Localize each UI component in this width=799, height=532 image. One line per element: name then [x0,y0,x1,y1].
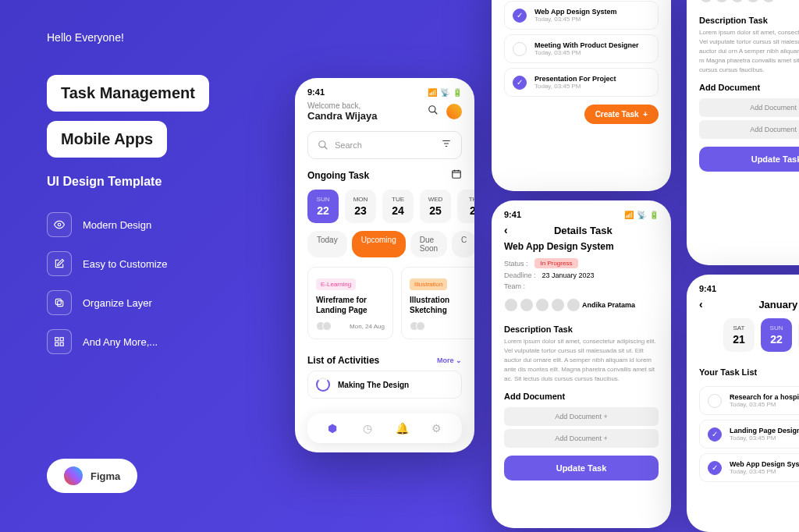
phone-details-partial: Team : Andika Pratar Description Task Lo… [687,0,799,265]
activity-item[interactable]: Making The Design [307,371,462,399]
filter-icon[interactable] [441,138,452,152]
task-row[interactable]: Research for a hospital apToday, 03:45 P… [699,386,799,415]
tab-upcoming[interactable]: Upcoming [352,231,406,257]
task-row[interactable]: ✓ Landing Page DesignToday, 03:45 PM [699,420,799,449]
day-picker[interactable]: SUN22 MON23 TUE24 WED25 TH2 [295,182,474,231]
task-name: Web App Design System [492,236,671,257]
bottom-nav: ⬢ ◷ 🔔 ⚙ [307,413,462,443]
day-sun[interactable]: SUN22 [307,190,339,223]
description-heading: Description Task [687,9,799,28]
figma-badge: Figma [47,459,137,493]
add-document-button[interactable]: Add Document + [504,407,659,426]
figma-icon [64,466,83,485]
activities-label: List of Activities [307,355,379,366]
team-label: Team : [504,282,525,290]
tab-c[interactable]: C [452,231,474,257]
headline-pill-2: Mobile Apps [47,121,167,158]
tab-today[interactable]: Today [307,231,347,257]
avatar[interactable] [446,104,462,119]
nav-clock-icon[interactable]: ◷ [360,421,375,435]
nav-settings-icon[interactable]: ⚙ [430,421,444,435]
team-avatar [520,298,534,312]
svg-point-8 [319,141,325,147]
layers-icon [47,290,72,315]
wifi-icon: 📡 [637,211,646,219]
svg-rect-3 [55,338,59,341]
checkbox-done-icon[interactable]: ✓ [513,76,527,90]
checkbox-done-icon[interactable]: ✓ [513,9,527,23]
phone-task-list: ✓ Today, 03:45 PM ✓ Web App Design Syste… [492,0,671,191]
svg-rect-1 [55,299,61,304]
checkbox-done-icon[interactable]: ✓ [708,427,722,442]
team-avatar [699,0,713,3]
team-avatar [535,298,549,312]
svg-point-0 [58,223,61,226]
task-row[interactable]: ✓ Web App Design SystemToday, 03:45 PM [699,453,799,482]
add-document-button[interactable]: Add Document + [699,120,799,139]
member-avatar [416,321,425,331]
feature-more: And Any More,... [47,329,281,354]
subtitle: UI Design Template [47,175,281,189]
day-thu[interactable]: TH2 [457,190,474,223]
update-task-button[interactable]: Update Task [699,147,799,172]
svg-point-7 [429,106,435,112]
description-text: Lorem ipsum dolor sit amet, consectetur … [687,28,799,75]
search-icon[interactable] [428,105,439,119]
status-label: Status : [504,260,528,268]
welcome-text: Welcome back, [307,101,377,110]
month-label: January [703,299,799,310]
your-task-heading: Your Task List [687,360,799,381]
phone-calendar: 9:41 📶📡🔋 ‹ January SAT21 SUN22 MON23 You… [687,275,799,532]
ongoing-label: Ongoing Task [307,170,369,181]
headline-pill-1: Task Management [47,75,209,112]
checkbox-icon[interactable] [513,42,527,56]
add-document-button[interactable]: Add Document + [699,98,799,117]
task-row[interactable]: ✓ Web App Design SystemToday, 03:45 PM [504,1,659,30]
grid-icon [47,329,72,354]
phone-home: 9:41 📶📡🔋 Welcome back, Candra Wijaya Sea… [295,78,474,452]
hello-text: Hello Everyone! [47,31,281,44]
svg-rect-9 [453,171,461,178]
checkbox-icon[interactable] [708,394,722,408]
feature-modern-design: Modern Design [47,212,281,237]
status-badge: In Progress [534,258,579,268]
team-avatar [715,0,729,3]
task-card-illustration[interactable]: Illustration Illustration Sketching [401,267,474,339]
team-avatar [730,0,744,3]
task-row[interactable]: Meeting With Product DesignerToday, 03:4… [504,34,659,63]
description-heading: Description Task [492,318,671,337]
svg-rect-5 [55,342,59,346]
day-mon[interactable]: MON23 [345,190,376,223]
phone-details: 9:41 📶📡🔋 ‹ Details Task Web App Design S… [492,200,671,528]
svg-rect-2 [58,301,63,307]
day-sat[interactable]: SAT21 [723,318,755,352]
task-card-wireframe[interactable]: E-Learning Wireframe for Landing Page Mo… [307,267,393,339]
add-document-heading: Add Document [687,75,799,95]
signal-icon: 📶 [428,88,437,97]
badge-illustration: Illustration [410,278,447,290]
tab-due-soon[interactable]: Due Soon [410,231,447,257]
update-task-button[interactable]: Update Task [504,456,659,481]
battery-icon: 🔋 [453,88,462,97]
more-link[interactable]: More ⌄ [437,356,462,364]
team-avatar [746,0,760,3]
description-text: Lorem ipsum dolor sit amet, consectetur … [492,337,671,384]
day-tue[interactable]: TUE24 [382,190,414,223]
create-task-button[interactable]: Create Task + [584,105,659,124]
nav-bell-icon[interactable]: 🔔 [395,421,409,435]
day-picker[interactable]: SAT21 SUN22 MON23 [687,310,799,360]
calendar-icon[interactable] [451,168,462,182]
screen-title: Details Task [508,225,659,236]
search-input[interactable]: Search [307,131,462,159]
add-document-button[interactable]: Add Document + [504,429,659,448]
nav-home-icon[interactable]: ⬢ [325,421,339,435]
checkbox-done-icon[interactable]: ✓ [708,461,722,475]
add-document-heading: Add Document [492,384,671,404]
day-wed[interactable]: WED25 [420,190,451,223]
status-bar: 9:41 📶📡🔋 [687,275,799,298]
progress-ring-icon [316,378,330,392]
signal-icon: 📶 [624,211,634,219]
task-row[interactable]: ✓ Presentation For ProjectToday, 03:45 P… [504,68,659,97]
day-sun[interactable]: SUN22 [761,318,792,352]
badge-elearning: E-Learning [316,278,356,290]
